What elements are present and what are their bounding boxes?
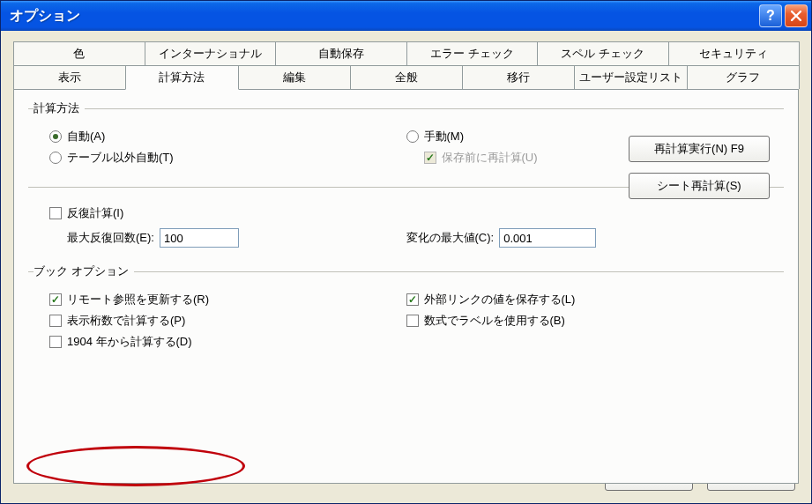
check-iteration[interactable]: 反復計算(I): [49, 205, 784, 221]
radio-auto-except-tables-label: テーブル以外自動(T): [67, 150, 174, 166]
tabs-row-front: 表示 計算方法 編集 全般 移行 ユーザー設定リスト グラフ: [13, 65, 799, 89]
checkbox-indicator-icon: [49, 293, 62, 306]
check-use-labels-label: 数式でラベルを使用する(B): [424, 313, 565, 329]
tab-error-check[interactable]: エラー チェック: [406, 41, 539, 65]
radio-auto-except-tables[interactable]: テーブル以外自動(T): [49, 150, 406, 166]
tab-transition[interactable]: 移行: [462, 65, 575, 89]
max-change-label: 変化の最大値(C):: [406, 230, 495, 246]
recalc-button-group: 再計算実行(N) F9 シート再計算(S): [629, 136, 770, 199]
check-recalc-before-save-label: 保存前に再計算(U): [442, 150, 538, 166]
tab-panel: 計算方法 再計算実行(N) F9 シート再計算(S) 自動(A) テーブル以外自…: [13, 89, 799, 484]
checkbox-indicator-icon: [424, 152, 436, 164]
radio-indicator-icon: [406, 130, 419, 143]
group-calc-method-legend: 計算方法: [34, 100, 85, 116]
tab-spell-check[interactable]: スペル チェック: [537, 41, 669, 65]
check-save-ext-links-label: 外部リンクの値を保存する(L): [424, 292, 576, 308]
sheet-recalc-button[interactable]: シート再計算(S): [629, 173, 770, 199]
tabs-row-back: 色 インターナショナル 自動保存 エラー チェック スペル チェック セキュリテ…: [13, 41, 799, 65]
check-iteration-label: 反復計算(I): [67, 205, 123, 221]
max-iterations-input[interactable]: [160, 228, 239, 248]
tab-color[interactable]: 色: [13, 41, 145, 65]
check-precision-displayed[interactable]: 表示桁数で計算する(P): [49, 313, 406, 329]
tab-calculation[interactable]: 計算方法: [125, 65, 238, 90]
radio-indicator-icon: [49, 130, 62, 143]
tab-general[interactable]: 全般: [350, 65, 463, 89]
radio-automatic[interactable]: 自動(A): [49, 129, 406, 145]
tab-chart[interactable]: グラフ: [687, 65, 800, 89]
checkbox-indicator-icon: [406, 293, 419, 306]
window-title: オプション: [10, 7, 759, 26]
tab-autosave[interactable]: 自動保存: [275, 41, 407, 65]
check-update-remote[interactable]: リモート参照を更新する(R): [49, 292, 406, 308]
check-save-ext-links[interactable]: 外部リンクの値を保存する(L): [406, 292, 785, 308]
highlight-annotation: [26, 446, 245, 486]
checkbox-indicator-icon: [49, 336, 62, 348]
max-iterations-label: 最大反復回数(E):: [67, 230, 154, 246]
check-use-labels[interactable]: 数式でラベルを使用する(B): [406, 313, 785, 329]
radio-automatic-label: 自動(A): [67, 129, 105, 145]
tab-edit[interactable]: 編集: [238, 65, 351, 89]
check-1904-date-label: 1904 年から計算する(D): [67, 334, 192, 350]
options-dialog: オプション ? 色 インターナショナル 自動保存 エラー チェック スペル チェ…: [0, 0, 812, 504]
tab-custom-lists[interactable]: ユーザー設定リスト: [574, 65, 687, 89]
check-1904-date[interactable]: 1904 年から計算する(D): [49, 334, 406, 350]
tab-view[interactable]: 表示: [13, 65, 126, 89]
checkbox-indicator-icon: [406, 315, 419, 327]
group-calc-method: 計算方法 再計算実行(N) F9 シート再計算(S) 自動(A) テーブル以外自…: [28, 100, 784, 178]
close-icon[interactable]: [785, 4, 808, 27]
titlebar-buttons: ?: [759, 4, 808, 27]
checkbox-indicator-icon: [49, 207, 62, 219]
checkbox-indicator-icon: [49, 315, 62, 327]
recalc-now-button[interactable]: 再計算実行(N) F9: [629, 136, 770, 162]
radio-indicator-icon: [49, 152, 62, 164]
group-book-options-legend: ブック オプション: [34, 263, 134, 279]
check-precision-displayed-label: 表示桁数で計算する(P): [67, 313, 185, 329]
help-icon[interactable]: ?: [759, 4, 782, 27]
group-book-options: ブック オプション リモート参照を更新する(R) 表示桁数で計算する(P): [28, 263, 784, 362]
content-area: 色 インターナショナル 自動保存 エラー チェック スペル チェック セキュリテ…: [1, 31, 811, 503]
check-update-remote-label: リモート参照を更新する(R): [67, 292, 209, 308]
radio-manual-label: 手動(M): [424, 129, 465, 145]
tab-security[interactable]: セキュリティ: [668, 41, 801, 65]
tab-international[interactable]: インターナショナル: [145, 41, 277, 65]
max-change-input[interactable]: [499, 228, 596, 248]
titlebar: オプション ?: [1, 1, 811, 31]
